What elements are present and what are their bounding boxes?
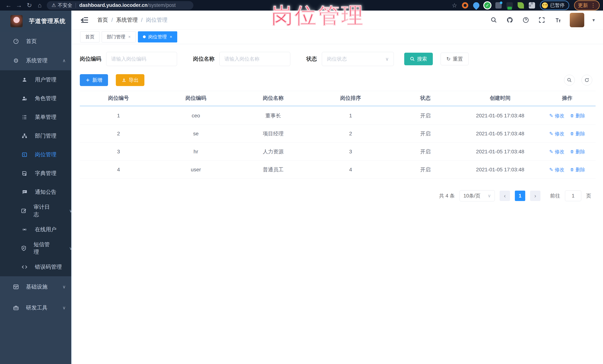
home-icon[interactable]: ⌂ bbox=[35, 0, 45, 11]
sidebar: 芋道管理系统 首页 ⚙ 系统管理 ∧ 用户管理 角 bbox=[0, 11, 72, 364]
edit-link[interactable]: ✎修改 bbox=[549, 112, 564, 119]
cell-created: 2021-01-05 17:03:48 bbox=[461, 149, 539, 155]
extension-dark-icon[interactable] bbox=[507, 2, 513, 9]
chrome-update-button[interactable]: 更新 ⋮ bbox=[574, 0, 600, 10]
table-row[interactable]: 2 se 项目经理 2 开启 2021-01-05 17:03:48 ✎修改 删… bbox=[80, 125, 596, 143]
posts-table: 岗位编号 岗位编码 岗位名称 岗位排序 状态 创建时间 操作 1 ceo 董事长… bbox=[80, 91, 596, 179]
chevron-down-icon: ∨ bbox=[69, 208, 72, 213]
shield-message-icon bbox=[21, 245, 27, 251]
cell-post-sort: 3 bbox=[312, 149, 389, 155]
collapse-menu-icon[interactable] bbox=[81, 17, 89, 23]
sidebar-item-error-codes[interactable]: 错误码管理 bbox=[0, 258, 72, 276]
delete-link[interactable]: 删除 bbox=[570, 149, 585, 155]
current-page-button[interactable]: 1 bbox=[515, 191, 525, 201]
sidebar-item-menus[interactable]: 菜单管理 bbox=[0, 108, 72, 126]
table-row[interactable]: 3 hr 人力资源 3 开启 2021-01-05 17:03:48 ✎修改 删… bbox=[80, 143, 596, 161]
sidebar-item-audit-log[interactable]: 审计日志 ∨ bbox=[0, 201, 72, 220]
search-button[interactable]: 搜索 bbox=[404, 53, 433, 65]
refresh-table-button[interactable] bbox=[581, 75, 592, 86]
export-button[interactable]: 导出 bbox=[116, 74, 144, 86]
sidebar-item-departments[interactable]: 部门管理 bbox=[0, 126, 72, 145]
tab-posts[interactable]: 岗位管理 × bbox=[138, 31, 177, 43]
reset-button-label: 重置 bbox=[453, 56, 463, 62]
extension-pin-icon[interactable] bbox=[472, 1, 481, 10]
update-label: 更新 bbox=[578, 2, 588, 9]
close-icon[interactable]: × bbox=[170, 34, 172, 39]
page-size-select[interactable]: 10条/页 ∨ bbox=[460, 190, 495, 201]
extension-grid-icon[interactable] bbox=[495, 2, 502, 9]
page-unit-label: 页 bbox=[586, 192, 591, 199]
sidebar-item-roles[interactable]: 角色管理 bbox=[0, 89, 72, 108]
breadcrumb-system[interactable]: 系统管理 bbox=[116, 16, 138, 24]
infra-icon bbox=[12, 284, 20, 290]
edit-link[interactable]: ✎修改 bbox=[549, 131, 564, 137]
edit-pencil-icon: ✎ bbox=[549, 167, 553, 173]
chrome-menu-icon[interactable]: ⋮ bbox=[591, 2, 596, 8]
sidebar-item-dict[interactable]: 字典管理 bbox=[0, 164, 72, 183]
toggle-search-button[interactable] bbox=[564, 75, 575, 86]
back-icon[interactable]: ← bbox=[3, 0, 14, 11]
delete-link[interactable]: 删除 bbox=[570, 166, 585, 173]
user-avatar[interactable] bbox=[570, 13, 584, 27]
export-button-label: 导出 bbox=[129, 77, 139, 83]
reload-icon[interactable]: ↻ bbox=[24, 0, 35, 11]
sidebar-item-users[interactable]: 用户管理 bbox=[0, 70, 72, 89]
sidebar-item-posts[interactable]: 岗位管理 bbox=[0, 145, 72, 164]
app-title: 芋道管理系统 bbox=[29, 17, 66, 25]
post-name-input[interactable] bbox=[219, 52, 290, 66]
paused-badge[interactable]: 已暂停 bbox=[540, 0, 569, 10]
close-icon[interactable]: × bbox=[128, 34, 131, 39]
next-page-button[interactable]: › bbox=[530, 191, 540, 201]
avatar-caret-icon[interactable]: ▾ bbox=[592, 17, 595, 23]
sidebar-item-system[interactable]: ⚙ 系统管理 ∧ bbox=[0, 51, 72, 70]
github-icon[interactable] bbox=[506, 16, 514, 24]
active-dot-icon bbox=[143, 35, 146, 38]
org-tree-icon bbox=[21, 133, 28, 139]
post-code-input[interactable] bbox=[106, 52, 177, 66]
extension-orange-icon[interactable] bbox=[462, 2, 468, 9]
sidebar-item-online-users[interactable]: 在线用户 bbox=[0, 220, 72, 239]
bookmark-star-icon[interactable]: ☆ bbox=[452, 2, 457, 9]
breadcrumb-home[interactable]: 首页 bbox=[97, 16, 108, 24]
sidebar-item-label: 用户管理 bbox=[35, 76, 57, 83]
col-header-post-code: 岗位编码 bbox=[157, 95, 235, 102]
status-select[interactable]: 岗位状态 ∨ bbox=[322, 52, 394, 66]
sidebar-item-notice[interactable]: 通知公告 bbox=[0, 183, 72, 201]
forward-icon[interactable]: → bbox=[14, 0, 24, 11]
tab-departments[interactable]: 部门管理 × bbox=[102, 31, 136, 43]
sidebar-item-sms[interactable]: 短信管理 ∨ bbox=[0, 239, 72, 258]
goto-page-input[interactable] bbox=[565, 190, 581, 201]
extension-leaf-icon[interactable] bbox=[518, 2, 524, 9]
status-label: 状态 bbox=[306, 55, 317, 63]
breadcrumb: 首页 / 系统管理 / 岗位管理 bbox=[97, 16, 167, 24]
font-size-icon[interactable] bbox=[554, 16, 562, 24]
reset-button[interactable]: ↻ 重置 bbox=[441, 53, 469, 65]
sidebar-item-label: 首页 bbox=[26, 38, 37, 45]
search-icon[interactable] bbox=[490, 16, 498, 24]
role-icon bbox=[21, 96, 28, 101]
prev-page-button[interactable]: ‹ bbox=[500, 191, 510, 201]
extensions-puzzle-icon[interactable] bbox=[529, 2, 535, 9]
fullscreen-icon[interactable] bbox=[538, 16, 546, 24]
sidebar-item-label: 在线用户 bbox=[35, 226, 57, 233]
sidebar-item-infrastructure[interactable]: 基础设施 ∨ bbox=[0, 276, 72, 297]
logo-row[interactable]: 芋道管理系统 bbox=[0, 11, 72, 32]
help-icon[interactable] bbox=[522, 16, 530, 24]
chevron-down-icon: ∨ bbox=[62, 284, 66, 289]
delete-link[interactable]: 删除 bbox=[570, 112, 585, 119]
tab-home[interactable]: 首页 bbox=[80, 31, 99, 43]
table-toolbar: 新增 导出 bbox=[80, 74, 596, 86]
sidebar-item-label: 岗位管理 bbox=[35, 151, 57, 158]
delete-link[interactable]: 删除 bbox=[570, 131, 585, 137]
edit-link[interactable]: ✎修改 bbox=[549, 166, 564, 173]
sidebar-item-devtools[interactable]: 研发工具 ∨ bbox=[0, 297, 72, 318]
sidebar-item-label: 错误码管理 bbox=[35, 263, 62, 271]
add-button-label: 新增 bbox=[92, 77, 102, 83]
address-bar[interactable]: ⚠ 不安全 dashboard.yudao.iocoder.cn /system… bbox=[47, 1, 193, 10]
table-row[interactable]: 4 user 普通员工 4 开启 2021-01-05 17:03:48 ✎修改… bbox=[80, 161, 596, 179]
edit-link[interactable]: ✎修改 bbox=[549, 149, 564, 155]
sidebar-item-home[interactable]: 首页 bbox=[0, 32, 72, 51]
extension-check-icon[interactable]: ✓ bbox=[484, 2, 490, 9]
add-button[interactable]: 新增 bbox=[80, 74, 108, 86]
table-row[interactable]: 1 ceo 董事长 1 开启 2021-01-05 17:03:48 ✎修改 删… bbox=[80, 107, 596, 125]
